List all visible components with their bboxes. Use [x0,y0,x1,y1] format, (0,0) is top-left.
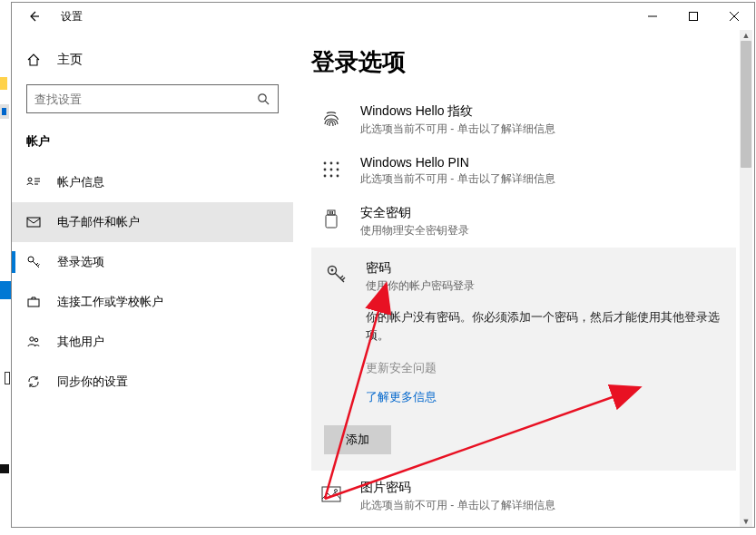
signin-option-list: Windows Hello 指纹 此选项当前不可用 - 单击以了解详细信息 Wi… [311,94,736,522]
home-icon [26,53,41,67]
external-artifact [0,104,9,119]
svg-point-22 [331,269,334,272]
key-icon [324,262,349,287]
external-artifact [0,77,7,90]
svg-point-2 [28,178,32,181]
svg-point-8 [324,162,327,165]
option-desc: 使用你的帐户密码登录 [366,278,475,294]
option-password[interactable]: 密码 使用你的帐户密码登录 你的帐户没有密码。你必须添加一个密码，然后才能使用其… [311,248,736,471]
svg-point-14 [324,175,327,178]
settings-window: 设置 主页 帐户 [11,2,755,528]
window-controls [632,3,754,30]
svg-rect-3 [27,218,40,227]
svg-rect-0 [689,13,697,21]
scroll-up[interactable]: ▲ [740,30,752,41]
svg-point-7 [34,338,38,342]
svg-rect-23 [322,487,340,501]
sidebar-item-work-school[interactable]: 连接工作或学校帐户 [12,282,293,322]
option-title: 图片密码 [360,480,555,496]
search-icon [256,92,270,105]
svg-rect-20 [332,211,334,214]
home-label: 主页 [57,52,83,68]
picture-icon [319,482,344,507]
svg-point-16 [337,175,339,178]
external-artifact [5,372,10,384]
password-body-text: 你的帐户没有密码。你必须添加一个密码，然后才能使用其他登录选项。 [366,308,723,344]
svg-point-1 [259,94,266,102]
sidebar-item-email-accounts[interactable]: 电子邮件和帐户 [12,202,293,242]
option-title: Windows Hello PIN [360,155,555,170]
sidebar-item-sync[interactable]: 同步你的设置 [12,362,293,402]
titlebar: 设置 [12,3,754,30]
option-security-key[interactable]: 安全密钥 使用物理安全密钥登录 [311,196,736,248]
mail-icon [26,215,41,229]
svg-point-13 [337,169,339,171]
sidebar-nav: 帐户信息 电子邮件和帐户 登录选项 [12,162,293,402]
maximize-button[interactable] [673,3,713,30]
update-security-questions: 更新安全问题 [366,360,437,376]
external-artifact [0,281,11,299]
option-desc: 此选项当前不可用 - 单击以了解详细信息 [360,498,555,513]
svg-rect-19 [329,211,331,214]
pin-keypad-icon [319,157,344,182]
external-artifact [0,464,9,473]
svg-rect-5 [28,299,39,306]
search-box[interactable] [26,84,279,113]
svg-point-10 [337,162,339,165]
svg-point-9 [330,162,333,165]
option-desc: 此选项当前不可用 - 单击以了解详细信息 [360,122,555,137]
add-password-button[interactable]: 添加 [324,425,391,454]
people-icon [26,335,41,349]
sidebar-item-signin-options[interactable]: 登录选项 [12,242,293,282]
back-button[interactable] [19,3,48,30]
minimize-button[interactable] [632,3,673,30]
search-input[interactable] [34,92,256,106]
option-title: Windows Hello 指纹 [360,103,555,120]
home-button[interactable]: 主页 [12,44,293,75]
scroll-down[interactable]: ▼ [740,516,752,527]
option-fingerprint[interactable]: Windows Hello 指纹 此选项当前不可用 - 单击以了解详细信息 [311,94,736,146]
content-area: 登录选项 Windows Hello 指纹 此选项当前不可用 - 单击以了解详细… [293,30,754,527]
svg-point-6 [30,337,34,341]
option-picture-password[interactable]: 图片密码 此选项当前不可用 - 单击以了解详细信息 [311,471,736,522]
svg-rect-18 [326,215,337,228]
option-desc: 使用物理安全密钥登录 [360,223,469,238]
content-scrollbar[interactable]: ▲ ▼ [740,30,752,527]
sidebar-item-label: 连接工作或学校帐户 [57,294,163,310]
svg-point-24 [335,490,338,492]
sidebar-item-label: 其他用户 [57,334,104,350]
option-desc: 此选项当前不可用 - 单击以了解详细信息 [360,171,555,187]
close-button[interactable] [713,3,754,30]
person-card-icon [26,175,41,190]
key-icon [26,255,41,269]
svg-point-4 [28,257,34,262]
option-title: 密码 [366,260,475,277]
sidebar-item-label: 电子邮件和帐户 [57,214,140,230]
scroll-thumb[interactable] [741,41,751,168]
page-title: 登录选项 [311,46,736,78]
fingerprint-icon [319,105,344,131]
svg-point-11 [324,169,327,171]
sync-icon [26,374,41,389]
svg-point-12 [330,169,333,171]
option-title: 安全密钥 [360,205,469,221]
svg-rect-17 [328,210,335,215]
sidebar-item-other-users[interactable]: 其他用户 [12,322,293,362]
sidebar-item-label: 帐户信息 [57,174,104,190]
svg-point-15 [330,175,333,178]
window-title: 设置 [61,9,83,24]
usb-key-icon [319,207,344,232]
sidebar-section-title: 帐户 [12,113,293,157]
sidebar: 主页 帐户 帐户信息 [12,30,293,527]
sidebar-item-label: 登录选项 [57,254,104,270]
sidebar-item-label: 同步你的设置 [57,374,128,390]
option-pin[interactable]: Windows Hello PIN 此选项当前不可用 - 单击以了解详细信息 [311,146,736,196]
sidebar-item-account-info[interactable]: 帐户信息 [12,162,293,202]
briefcase-icon [26,295,41,309]
learn-more-link[interactable]: 了解更多信息 [366,389,437,405]
